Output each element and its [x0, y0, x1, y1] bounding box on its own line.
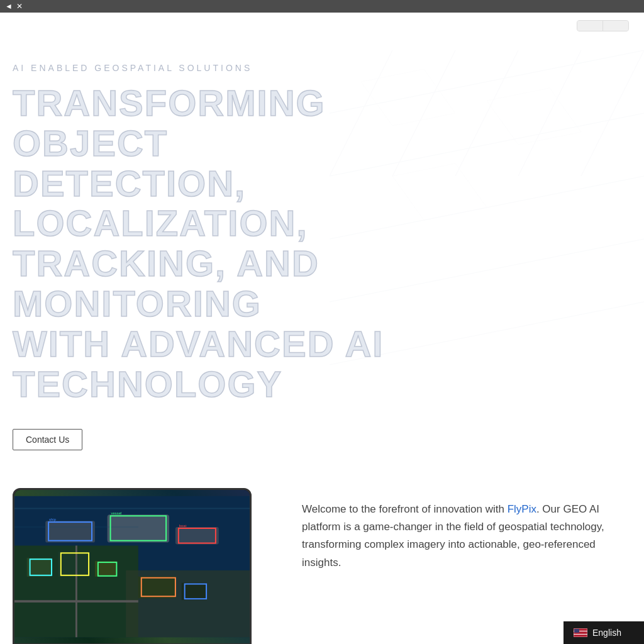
laptop-mockup: ship vessel boat: [13, 488, 252, 644]
nav-button-2[interactable]: [603, 21, 628, 31]
laptop-screen: ship vessel boat: [14, 490, 250, 643]
laptop-container: ship vessel boat: [13, 488, 277, 644]
nav-button-1[interactable]: [577, 21, 603, 31]
svg-rect-22: [108, 515, 169, 543]
svg-rect-21: [45, 521, 95, 543]
right-content: Welcome to the forefront of innovation w…: [302, 488, 631, 571]
satellite-imagery: ship vessel boat: [14, 490, 250, 643]
top-bar: ◄ ✕: [0, 0, 644, 13]
hero-title: TRANSFORMING OBJECT DETECTION, LOCALIZAT…: [13, 83, 453, 404]
svg-marker-11: [487, 88, 581, 145]
flag-icon: [574, 628, 587, 637]
svg-rect-23: [175, 527, 219, 545]
welcome-paragraph: Welcome to the forefront of innovation w…: [302, 501, 631, 571]
brand-highlight: FlyPix: [508, 503, 536, 515]
audio-icon[interactable]: ◄: [5, 2, 13, 11]
hero-section: AI ENABLED GEOSPATIAL SOLUTIONS TRANSFOR…: [0, 0, 644, 450]
svg-rect-20: [182, 583, 206, 601]
svg-text:ship: ship: [49, 518, 57, 522]
contact-us-button[interactable]: Contact Us: [13, 429, 82, 450]
svg-rect-19: [138, 577, 175, 598]
language-selector[interactable]: English: [564, 621, 644, 644]
hero-subtitle: AI ENABLED GEOSPATIAL SOLUTIONS: [13, 63, 631, 73]
svg-text:vessel: vessel: [111, 512, 122, 516]
svg-text:boat: boat: [179, 524, 187, 528]
svg-rect-17: [58, 552, 89, 577]
bottom-section: ship vessel boat Welcome to the forefron…: [0, 450, 644, 644]
language-label: English: [592, 628, 621, 638]
navbar: [0, 13, 644, 39]
nav-button-group: [577, 20, 629, 31]
close-icon[interactable]: ✕: [16, 2, 23, 11]
